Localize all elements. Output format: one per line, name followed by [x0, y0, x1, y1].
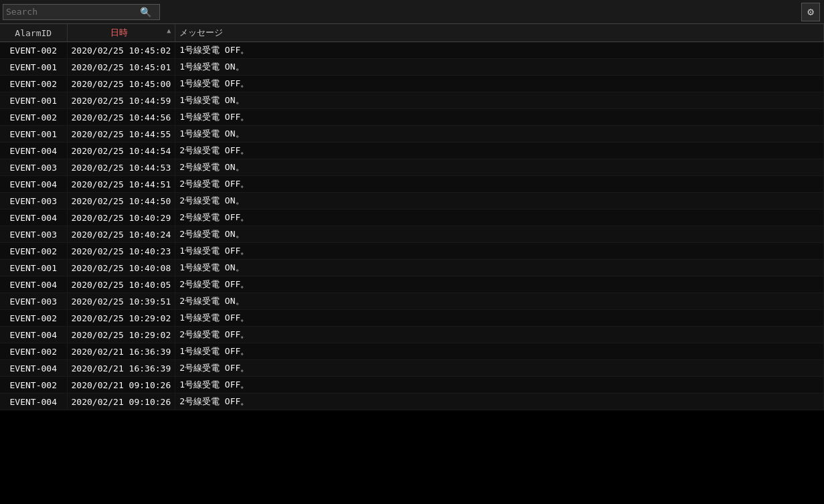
- header-row: AlarmID 日時 ▲ メッセージ: [0, 24, 824, 42]
- table-header: AlarmID 日時 ▲ メッセージ: [0, 24, 824, 42]
- cell-message: 2号線受電 ON。: [175, 226, 824, 243]
- col-alarmid[interactable]: AlarmID: [0, 24, 67, 42]
- cell-message: 1号線受電 OFF。: [175, 243, 824, 260]
- cell-datetime: 2020/02/25 10:44:54: [67, 143, 175, 159]
- gear-icon: ⚙: [807, 5, 814, 18]
- table-row[interactable]: EVENT-0022020/02/25 10:45:001号線受電 OFF。: [0, 76, 824, 92]
- table-row[interactable]: EVENT-0042020/02/21 16:36:392号線受電 OFF。: [0, 360, 824, 377]
- cell-message: 2号線受電 OFF。: [175, 143, 824, 159]
- cell-message: 1号線受電 ON。: [175, 260, 824, 276]
- cell-alarmid: EVENT-001: [0, 92, 67, 109]
- cell-datetime: 2020/02/25 10:40:24: [67, 226, 175, 243]
- cell-alarmid: EVENT-002: [0, 76, 67, 92]
- table-row[interactable]: EVENT-0042020/02/25 10:44:542号線受電 OFF。: [0, 143, 824, 159]
- cell-datetime: 2020/02/25 10:29:02: [67, 327, 175, 343]
- cell-message: 2号線受電 OFF。: [175, 327, 824, 343]
- settings-button[interactable]: ⚙: [801, 3, 820, 21]
- cell-datetime: 2020/02/25 10:44:50: [67, 193, 175, 209]
- cell-message: 2号線受電 OFF。: [175, 360, 824, 377]
- cell-datetime: 2020/02/25 10:40:23: [67, 243, 175, 260]
- cell-datetime: 2020/02/25 10:40:29: [67, 209, 175, 226]
- table-row[interactable]: EVENT-0022020/02/25 10:45:021号線受電 OFF。: [0, 42, 824, 59]
- cell-alarmid: EVENT-004: [0, 360, 67, 377]
- table-row[interactable]: EVENT-0022020/02/25 10:44:561号線受電 OFF。: [0, 109, 824, 126]
- cell-datetime: 2020/02/25 10:45:00: [67, 76, 175, 92]
- table-row[interactable]: EVENT-0022020/02/25 10:29:021号線受電 OFF。: [0, 310, 824, 327]
- table-row[interactable]: EVENT-0032020/02/25 10:44:502号線受電 ON。: [0, 193, 824, 209]
- cell-alarmid: EVENT-002: [0, 42, 67, 59]
- table-row[interactable]: EVENT-0042020/02/21 09:10:262号線受電 OFF。: [0, 394, 824, 410]
- cell-alarmid: EVENT-002: [0, 109, 67, 126]
- cell-message: 2号線受電 OFF。: [175, 394, 824, 410]
- table-row[interactable]: EVENT-0042020/02/25 10:40:052号線受電 OFF。: [0, 276, 824, 293]
- cell-datetime: 2020/02/25 10:44:59: [67, 92, 175, 109]
- cell-message: 1号線受電 ON。: [175, 92, 824, 109]
- cell-datetime: 2020/02/25 10:44:51: [67, 176, 175, 193]
- cell-datetime: 2020/02/21 09:10:26: [67, 377, 175, 394]
- cell-datetime: 2020/02/21 09:10:26: [67, 394, 175, 410]
- cell-message: 1号線受電 ON。: [175, 126, 824, 143]
- cell-alarmid: EVENT-004: [0, 327, 67, 343]
- event-table: AlarmID 日時 ▲ メッセージ EVENT-0022020/02/25 1…: [0, 24, 824, 410]
- table-container: AlarmID 日時 ▲ メッセージ EVENT-0022020/02/25 1…: [0, 24, 824, 504]
- cell-alarmid: EVENT-001: [0, 260, 67, 276]
- cell-datetime: 2020/02/25 10:45:02: [67, 42, 175, 59]
- cell-message: 2号線受電 OFF。: [175, 176, 824, 193]
- cell-message: 1号線受電 OFF。: [175, 310, 824, 327]
- cell-message: 2号線受電 ON。: [175, 293, 824, 310]
- table-row[interactable]: EVENT-0012020/02/25 10:40:081号線受電 ON。: [0, 260, 824, 276]
- cell-alarmid: EVENT-004: [0, 276, 67, 293]
- sort-icon: ▲: [167, 27, 171, 34]
- cell-alarmid: EVENT-004: [0, 143, 67, 159]
- cell-datetime: 2020/02/25 10:39:51: [67, 293, 175, 310]
- cell-alarmid: EVENT-002: [0, 377, 67, 394]
- cell-message: 2号線受電 OFF。: [175, 209, 824, 226]
- cell-alarmid: EVENT-004: [0, 176, 67, 193]
- cell-datetime: 2020/02/25 10:44:56: [67, 109, 175, 126]
- cell-alarmid: EVENT-001: [0, 126, 67, 143]
- cell-alarmid: EVENT-003: [0, 293, 67, 310]
- cell-message: 1号線受電 OFF。: [175, 109, 824, 126]
- cell-message: 1号線受電 OFF。: [175, 76, 824, 92]
- col-message[interactable]: メッセージ: [175, 24, 824, 42]
- cell-message: 2号線受電 ON。: [175, 193, 824, 209]
- cell-message: 2号線受電 ON。: [175, 159, 824, 176]
- cell-message: 2号線受電 OFF。: [175, 276, 824, 293]
- table-row[interactable]: EVENT-0012020/02/25 10:45:011号線受電 ON。: [0, 59, 824, 76]
- cell-message: 1号線受電 ON。: [175, 59, 824, 76]
- cell-datetime: 2020/02/25 10:44:55: [67, 126, 175, 143]
- table-row[interactable]: EVENT-0042020/02/25 10:29:022号線受電 OFF。: [0, 327, 824, 343]
- cell-message: 1号線受電 OFF。: [175, 343, 824, 360]
- search-icon: 🔍: [140, 7, 151, 17]
- cell-alarmid: EVENT-002: [0, 343, 67, 360]
- table-row[interactable]: EVENT-0042020/02/25 10:44:512号線受電 OFF。: [0, 176, 824, 193]
- table-body: EVENT-0022020/02/25 10:45:021号線受電 OFF。EV…: [0, 42, 824, 410]
- cell-datetime: 2020/02/25 10:29:02: [67, 310, 175, 327]
- cell-datetime: 2020/02/25 10:44:53: [67, 159, 175, 176]
- table-row[interactable]: EVENT-0012020/02/25 10:44:551号線受電 ON。: [0, 126, 824, 143]
- col-datetime[interactable]: 日時 ▲: [67, 24, 175, 42]
- table-row[interactable]: EVENT-0012020/02/25 10:44:591号線受電 ON。: [0, 92, 824, 109]
- cell-alarmid: EVENT-003: [0, 193, 67, 209]
- table-row[interactable]: EVENT-0022020/02/21 16:36:391号線受電 OFF。: [0, 343, 824, 360]
- table-row[interactable]: EVENT-0032020/02/25 10:39:512号線受電 ON。: [0, 293, 824, 310]
- table-row[interactable]: EVENT-0032020/02/25 10:40:242号線受電 ON。: [0, 226, 824, 243]
- cell-alarmid: EVENT-004: [0, 394, 67, 410]
- cell-datetime: 2020/02/25 10:45:01: [67, 59, 175, 76]
- cell-alarmid: EVENT-003: [0, 226, 67, 243]
- cell-alarmid: EVENT-002: [0, 243, 67, 260]
- cell-message: 1号線受電 OFF。: [175, 377, 824, 394]
- cell-alarmid: EVENT-003: [0, 159, 67, 176]
- cell-alarmid: EVENT-001: [0, 59, 67, 76]
- search-container: 🔍: [3, 4, 160, 20]
- table-row[interactable]: EVENT-0022020/02/25 10:40:231号線受電 OFF。: [0, 243, 824, 260]
- cell-message: 1号線受電 OFF。: [175, 42, 824, 59]
- search-input[interactable]: [6, 7, 140, 17]
- toolbar: 🔍 ⚙: [0, 0, 824, 24]
- table-row[interactable]: EVENT-0022020/02/21 09:10:261号線受電 OFF。: [0, 377, 824, 394]
- cell-alarmid: EVENT-004: [0, 209, 67, 226]
- table-row[interactable]: EVENT-0042020/02/25 10:40:292号線受電 OFF。: [0, 209, 824, 226]
- cell-datetime: 2020/02/21 16:36:39: [67, 360, 175, 377]
- table-row[interactable]: EVENT-0032020/02/25 10:44:532号線受電 ON。: [0, 159, 824, 176]
- cell-datetime: 2020/02/25 10:40:05: [67, 276, 175, 293]
